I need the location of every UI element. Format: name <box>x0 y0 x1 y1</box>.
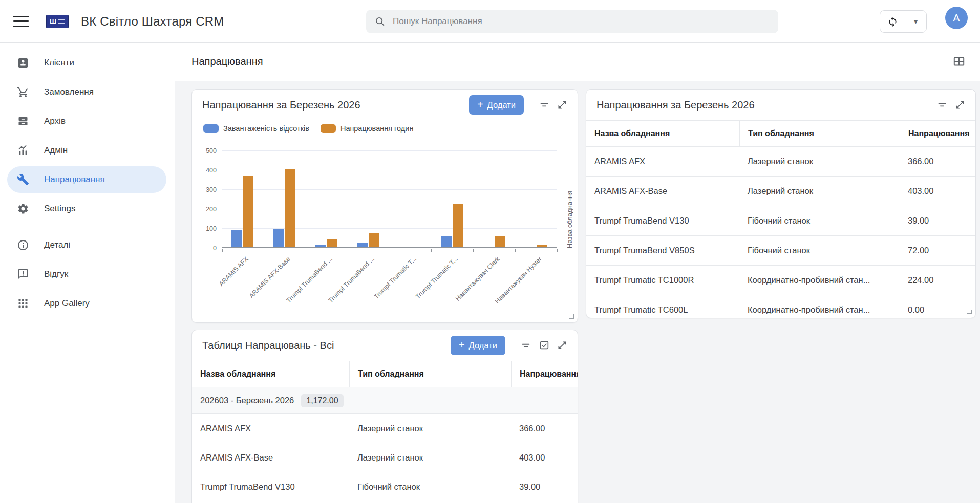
group-label: 202603 - Березень 2026 <box>200 396 294 405</box>
bar-series2-cat7[interactable] <box>495 236 505 247</box>
legend-swatch <box>321 124 336 133</box>
sidebar-item-worklog[interactable]: Напрацювання <box>7 166 166 193</box>
sidebar-item-label: Замовлення <box>44 87 94 97</box>
card-resize-handle[interactable] <box>967 310 972 314</box>
bars-area <box>222 151 557 248</box>
refresh-dropdown-button[interactable]: ▾ <box>905 11 926 32</box>
cell: Гібочний станок <box>739 236 900 265</box>
bar-group <box>473 151 515 247</box>
bar-series1-cat2[interactable] <box>273 229 284 247</box>
table-row[interactable]: Trumpf TrumaBend V850SГібочний станок72.… <box>586 236 975 266</box>
add-worklog-button[interactable]: + Додати <box>469 95 524 115</box>
sidebar-item-details[interactable]: Деталі <box>7 232 166 258</box>
filter-icon[interactable] <box>520 340 531 351</box>
sidebar-item-orders[interactable]: Замовлення <box>7 79 166 105</box>
cell: 403.00 <box>511 443 578 472</box>
y-tick-label: 100 <box>206 225 217 232</box>
y-tick-label: 500 <box>206 147 217 155</box>
cart-icon <box>17 86 29 98</box>
bar-group <box>264 151 306 247</box>
archive-icon <box>17 115 29 127</box>
dashboard-layout-icon[interactable] <box>952 55 966 68</box>
bar-series2-cat8[interactable] <box>537 245 547 247</box>
bar-series2-cat6[interactable] <box>453 204 463 247</box>
filter-icon[interactable] <box>936 99 948 111</box>
table-row[interactable]: Trumpf TrumaBend V130Гібочний станок39.0… <box>586 206 975 236</box>
refresh-button[interactable] <box>880 11 905 32</box>
table-row[interactable]: Trumpf TrumaBend V130Гібочний станок39.0… <box>192 472 578 501</box>
search-box[interactable] <box>366 10 778 33</box>
cell: 366.00 <box>900 147 975 176</box>
bar-series2-cat2[interactable] <box>285 169 295 247</box>
bar-series1-cat1[interactable] <box>231 230 242 247</box>
chart-card: Напрацювання за Березень 2026 + Додати З… <box>191 89 578 323</box>
cell: Trumpf TrumaBend V130 <box>192 472 349 501</box>
column-header: Тип обладнання <box>349 361 511 387</box>
month-table-header: Напрацювання за Березень 2026 <box>586 90 975 120</box>
group-row[interactable]: 202603 - Березень 20261,172.00 <box>192 387 578 414</box>
bar-group <box>431 151 473 247</box>
legend-item[interactable]: Завантаженість відсотків <box>203 124 309 133</box>
bar-series2-cat3[interactable] <box>327 239 337 247</box>
refresh-split-button: ▾ <box>880 10 927 33</box>
table-header-row: Назва обладнанняТип обладнанняНапрацюван… <box>192 361 578 387</box>
plus-icon: + <box>459 340 465 350</box>
add-worklog-button[interactable]: + Додати <box>451 336 505 355</box>
bar-series2-cat1[interactable] <box>243 176 253 247</box>
cell: Координатно-пробивний стан... <box>739 266 900 295</box>
table-row[interactable]: Trumpf Trumatic TC1000RКоординатно-проби… <box>586 266 975 295</box>
x-tick <box>264 249 265 252</box>
sidebar-item-feedback[interactable]: Відгук <box>7 261 166 288</box>
page-title-bar: Напрацювання <box>175 43 980 80</box>
bar-series1-cat6[interactable] <box>441 236 452 247</box>
bar-group <box>306 151 348 247</box>
card-resize-handle[interactable] <box>569 314 574 319</box>
bar-series1-cat3[interactable] <box>315 245 326 247</box>
refresh-icon <box>887 16 898 27</box>
sidebar-item-clients[interactable]: Клієнти <box>7 50 166 76</box>
table-row[interactable]: ARAMIS AFXЛазерний станок366.00 <box>586 147 975 177</box>
sidebar-item-label: Архів <box>44 116 66 126</box>
table-row[interactable]: Trumpf Trumatic TC600LКоординатно-пробив… <box>586 295 975 318</box>
column-header: Напрацювання <box>511 361 578 387</box>
cell: 72.00 <box>900 236 975 265</box>
search-input[interactable] <box>393 16 770 27</box>
table-row[interactable]: ARAMIS AFXЛазерний станок366.00 <box>192 414 578 443</box>
divider <box>531 97 531 113</box>
cell: ARAMIS AFX-Base <box>586 177 739 206</box>
sidebar-item-app-gallery[interactable]: App Gallery <box>7 290 166 317</box>
legend-label: Завантаженість відсотків <box>223 124 309 133</box>
sidebar-item-settings[interactable]: Settings <box>7 195 166 222</box>
select-checkbox-icon[interactable] <box>539 340 550 351</box>
legend-item[interactable]: Напрацювання годин <box>321 124 413 133</box>
dashboard-content: Напрацювання за Березень 2026 + Додати З… <box>175 81 980 503</box>
all-worklogs-table: Назва обладнанняТип обладнанняНапрацюван… <box>192 361 578 501</box>
page-title: Напрацювання <box>191 56 263 68</box>
table-row[interactable]: ARAMIS AFX-BaseЛазерний станок403.00 <box>192 443 578 472</box>
sidebar-item-archive[interactable]: Архів <box>7 108 166 135</box>
y-tick-label: 200 <box>206 206 217 213</box>
cell: ARAMIS AFX-Base <box>192 443 349 472</box>
x-tick <box>473 249 474 252</box>
expand-icon[interactable] <box>955 100 965 110</box>
x-tick <box>306 249 307 252</box>
sidebar: КлієнтиЗамовленняАрхівАдмінНапрацюванняS… <box>0 43 174 503</box>
cell: 366.00 <box>511 414 578 443</box>
expand-icon[interactable] <box>557 100 567 110</box>
month-table: Назва обладнанняТип обладнанняНапрацюван… <box>586 120 975 318</box>
table-row[interactable]: ARAMIS AFX-BaseЛазерний станок403.00 <box>586 177 975 206</box>
bar-series2-cat4[interactable] <box>369 233 379 247</box>
hamburger-menu-icon[interactable] <box>13 16 29 27</box>
x-axis-label: Навантажувач Hyster <box>494 255 543 305</box>
filter-icon[interactable] <box>539 99 550 111</box>
top-bar: Ш ВК Світло Шахтаря CRM ▾ A <box>0 0 980 43</box>
user-avatar[interactable]: A <box>945 7 968 29</box>
cell: Trumpf TrumaBend V130 <box>586 206 739 235</box>
expand-icon[interactable] <box>557 340 567 351</box>
legend-swatch <box>203 124 219 133</box>
cell: Trumpf Trumatic TC1000R <box>586 266 739 295</box>
sidebar-item-admin[interactable]: Адмін <box>7 137 166 164</box>
bar-group <box>348 151 390 247</box>
bar-series1-cat4[interactable] <box>357 243 368 247</box>
company-logo: Ш <box>46 15 69 28</box>
